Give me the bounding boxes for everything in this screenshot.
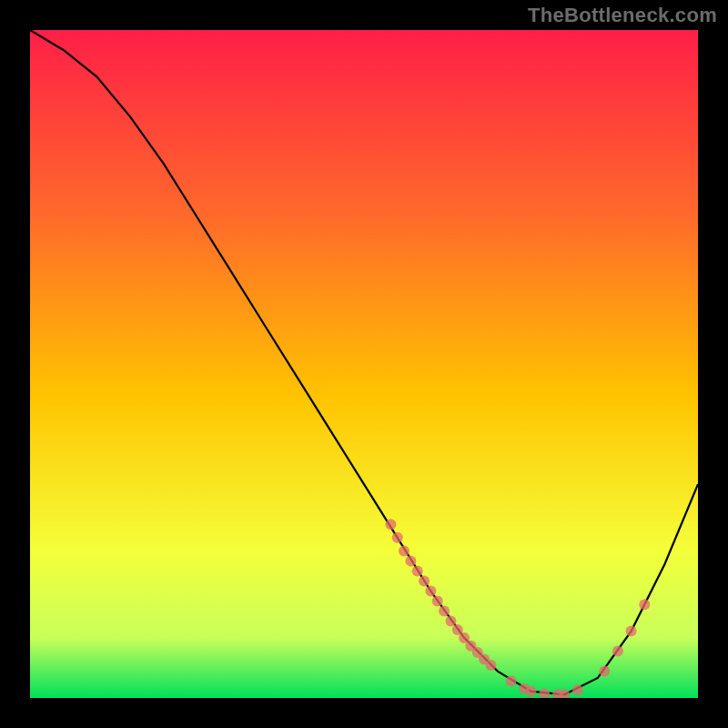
data-dot [392, 532, 403, 543]
data-dot [385, 519, 396, 530]
watermark-text: TheBottleneck.com [528, 4, 717, 27]
data-dot [526, 686, 537, 697]
chart-svg [30, 30, 698, 698]
data-dot [612, 646, 623, 657]
data-dot [572, 684, 583, 695]
data-dot [412, 566, 423, 577]
data-dot [439, 606, 450, 617]
data-dot [419, 576, 430, 587]
gradient-background [30, 30, 698, 698]
data-dot [445, 616, 456, 627]
plot-area [30, 30, 698, 698]
data-dot [486, 660, 497, 671]
data-dot [432, 596, 443, 607]
data-dot [626, 626, 637, 637]
data-dot [506, 676, 517, 687]
viewport: TheBottleneck.com [0, 0, 728, 728]
data-dot [599, 666, 610, 677]
data-dot [405, 556, 416, 567]
data-dot [425, 586, 436, 597]
data-dot [399, 546, 410, 557]
data-dot [639, 599, 650, 610]
